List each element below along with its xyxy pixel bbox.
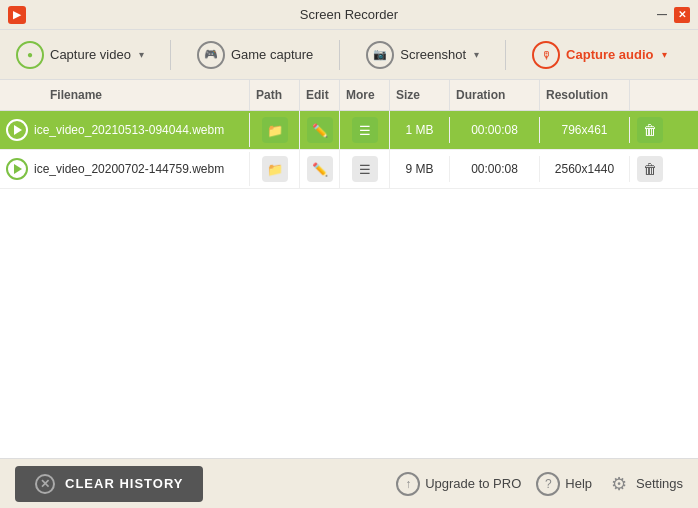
row1-resolution: 796x461: [540, 117, 630, 143]
capture-audio-button[interactable]: 🎙 Capture audio ▾: [526, 37, 672, 73]
screenshot-button[interactable]: 📷 Screenshot ▾: [360, 37, 485, 73]
table-header: Filename Path Edit More Size Duration Re…: [0, 80, 698, 111]
content-area: Filename Path Edit More Size Duration Re…: [0, 80, 698, 458]
row2-delete: 🗑: [630, 150, 670, 188]
row2-play-button[interactable]: [6, 158, 28, 180]
toolbar-separator-3: [505, 40, 506, 70]
capture-audio-label: Capture audio: [566, 47, 653, 62]
col-header-filename: Filename: [0, 80, 250, 110]
capture-video-dropdown-icon: ▾: [139, 49, 144, 60]
row1-play-icon: [14, 125, 22, 135]
screenshot-label: Screenshot: [400, 47, 466, 62]
row2-more: ☰: [340, 150, 390, 188]
toolbar: ● Capture video ▾ 🎮 Game capture 📷 Scree…: [0, 30, 698, 80]
row2-size: 9 MB: [390, 156, 450, 182]
title-bar: ▶ Screen Recorder — ✕: [0, 0, 698, 30]
table-row[interactable]: ice_video_20210513-094044.webm 📁 ✏️ ☰ 1 …: [0, 111, 698, 150]
help-button[interactable]: ? Help: [536, 472, 592, 496]
row2-path: 📁: [250, 150, 300, 188]
minimize-button[interactable]: —: [654, 7, 670, 23]
clear-history-label: CLEAR HISTORY: [65, 476, 183, 491]
col-header-path: Path: [250, 80, 300, 110]
row1-size: 1 MB: [390, 117, 450, 143]
col-header-delete: [630, 80, 670, 110]
row1-more-button[interactable]: ☰: [352, 117, 378, 143]
col-header-resolution: Resolution: [540, 80, 630, 110]
row1-filename: ice_video_20210513-094044.webm: [0, 113, 250, 147]
row2-delete-button[interactable]: 🗑: [637, 156, 663, 182]
capture-audio-icon: 🎙: [532, 41, 560, 69]
upgrade-icon: ↑: [396, 472, 420, 496]
game-capture-icon: 🎮: [197, 41, 225, 69]
row1-edit: ✏️: [300, 111, 340, 149]
row1-path-button[interactable]: 📁: [262, 117, 288, 143]
upgrade-button[interactable]: ↑ Upgrade to PRO: [396, 472, 521, 496]
row2-filename-text: ice_video_20200702-144759.webm: [34, 162, 224, 176]
window-controls: — ✕: [654, 7, 690, 23]
row1-filename-text: ice_video_20210513-094044.webm: [34, 123, 224, 137]
help-icon: ?: [536, 472, 560, 496]
upgrade-label: Upgrade to PRO: [425, 476, 521, 491]
title-text: Screen Recorder: [300, 7, 398, 22]
screenshot-dropdown-icon: ▾: [474, 49, 479, 60]
close-button[interactable]: ✕: [674, 7, 690, 23]
screenshot-icon: 📷: [366, 41, 394, 69]
app-icon: ▶: [8, 6, 26, 24]
row1-more: ☰: [340, 111, 390, 149]
row1-duration: 00:00:08: [450, 117, 540, 143]
settings-label: Settings: [636, 476, 683, 491]
clear-history-button[interactable]: ✕ CLEAR HISTORY: [15, 466, 203, 502]
capture-video-button[interactable]: ● Capture video ▾: [10, 37, 150, 73]
row1-delete: 🗑: [630, 111, 670, 149]
table-body: ice_video_20210513-094044.webm 📁 ✏️ ☰ 1 …: [0, 111, 698, 189]
empty-area: [0, 189, 698, 449]
game-capture-label: Game capture: [231, 47, 313, 62]
row2-edit: ✏️: [300, 150, 340, 188]
row2-filename: ice_video_20200702-144759.webm: [0, 152, 250, 186]
capture-video-label: Capture video: [50, 47, 131, 62]
row2-play-icon: [14, 164, 22, 174]
title-bar-left: ▶: [8, 6, 26, 24]
row2-resolution: 2560x1440: [540, 156, 630, 182]
row1-delete-button[interactable]: 🗑: [637, 117, 663, 143]
row1-play-button[interactable]: [6, 119, 28, 141]
footer-right: ↑ Upgrade to PRO ? Help ⚙ Settings: [396, 472, 683, 496]
table-row[interactable]: ice_video_20200702-144759.webm 📁 ✏️ ☰ 9 …: [0, 150, 698, 189]
table-container: Filename Path Edit More Size Duration Re…: [0, 80, 698, 458]
toolbar-separator-1: [170, 40, 171, 70]
row2-edit-button[interactable]: ✏️: [307, 156, 333, 182]
game-capture-button[interactable]: 🎮 Game capture: [191, 37, 319, 73]
col-header-edit: Edit: [300, 80, 340, 110]
settings-button[interactable]: ⚙ Settings: [607, 472, 683, 496]
help-label: Help: [565, 476, 592, 491]
col-header-more: More: [340, 80, 390, 110]
capture-video-icon: ●: [16, 41, 44, 69]
toolbar-separator-2: [339, 40, 340, 70]
clear-x-icon: ✕: [35, 474, 55, 494]
row2-more-button[interactable]: ☰: [352, 156, 378, 182]
row1-path: 📁: [250, 111, 300, 149]
capture-audio-dropdown-icon: ▾: [662, 49, 667, 60]
col-header-duration: Duration: [450, 80, 540, 110]
row1-edit-button[interactable]: ✏️: [307, 117, 333, 143]
row2-duration: 00:00:08: [450, 156, 540, 182]
gear-icon: ⚙: [607, 472, 631, 496]
col-header-size: Size: [390, 80, 450, 110]
row2-path-button[interactable]: 📁: [262, 156, 288, 182]
footer: ✕ CLEAR HISTORY ↑ Upgrade to PRO ? Help …: [0, 458, 698, 508]
